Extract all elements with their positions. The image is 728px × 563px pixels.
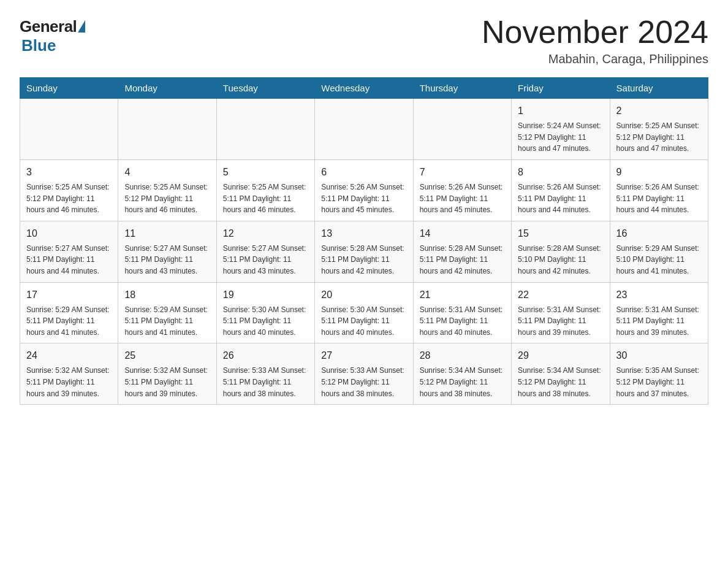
day-number: 29 [518, 348, 603, 363]
calendar-cell: 14Sunrise: 5:28 AM Sunset: 5:11 PM Dayli… [413, 221, 511, 282]
calendar-cell: 27Sunrise: 5:33 AM Sunset: 5:12 PM Dayli… [315, 343, 413, 405]
calendar-cell: 6Sunrise: 5:26 AM Sunset: 5:11 PM Daylig… [315, 159, 413, 221]
calendar-cell [216, 99, 314, 160]
day-number: 8 [518, 165, 603, 180]
day-info: Sunrise: 5:27 AM Sunset: 5:11 PM Dayligh… [223, 243, 308, 277]
day-info: Sunrise: 5:30 AM Sunset: 5:11 PM Dayligh… [223, 304, 308, 339]
day-number: 26 [223, 348, 308, 363]
day-info: Sunrise: 5:29 AM Sunset: 5:10 PM Dayligh… [616, 243, 702, 277]
calendar-week-row: 1Sunrise: 5:24 AM Sunset: 5:12 PM Daylig… [20, 99, 708, 160]
logo: General Blue [20, 17, 85, 55]
calendar-week-row: 3Sunrise: 5:25 AM Sunset: 5:12 PM Daylig… [20, 159, 708, 221]
calendar-cell: 28Sunrise: 5:34 AM Sunset: 5:12 PM Dayli… [413, 343, 511, 405]
day-info: Sunrise: 5:34 AM Sunset: 5:12 PM Dayligh… [518, 365, 603, 399]
day-number: 21 [420, 288, 505, 302]
day-number: 20 [321, 288, 406, 302]
day-info: Sunrise: 5:26 AM Sunset: 5:11 PM Dayligh… [420, 182, 505, 216]
calendar-cell: 18Sunrise: 5:29 AM Sunset: 5:11 PM Dayli… [118, 282, 216, 343]
day-info: Sunrise: 5:32 AM Sunset: 5:11 PM Dayligh… [26, 365, 112, 399]
calendar-cell: 16Sunrise: 5:29 AM Sunset: 5:10 PM Dayli… [610, 221, 708, 282]
day-number: 14 [420, 226, 505, 241]
calendar-cell: 7Sunrise: 5:26 AM Sunset: 5:11 PM Daylig… [413, 159, 511, 221]
calendar-cell [118, 99, 216, 160]
day-info: Sunrise: 5:29 AM Sunset: 5:11 PM Dayligh… [26, 304, 112, 339]
day-info: Sunrise: 5:31 AM Sunset: 5:11 PM Dayligh… [420, 304, 505, 339]
day-number: 17 [26, 288, 112, 302]
title-block: November 2024 Mabahin, Caraga, Philippin… [482, 15, 708, 66]
day-number: 23 [616, 288, 702, 302]
day-number: 30 [616, 348, 702, 363]
day-info: Sunrise: 5:27 AM Sunset: 5:11 PM Dayligh… [26, 243, 112, 277]
calendar-cell: 30Sunrise: 5:35 AM Sunset: 5:12 PM Dayli… [610, 343, 708, 405]
day-info: Sunrise: 5:25 AM Sunset: 5:12 PM Dayligh… [616, 120, 702, 155]
calendar-cell: 23Sunrise: 5:31 AM Sunset: 5:11 PM Dayli… [610, 282, 708, 343]
day-number: 5 [223, 165, 308, 180]
header-tuesday: Tuesday [216, 78, 314, 99]
calendar-cell: 4Sunrise: 5:25 AM Sunset: 5:12 PM Daylig… [118, 159, 216, 221]
day-number: 11 [124, 226, 210, 241]
calendar-week-row: 24Sunrise: 5:32 AM Sunset: 5:11 PM Dayli… [20, 343, 708, 405]
day-number: 1 [518, 104, 603, 118]
day-number: 25 [124, 348, 210, 363]
day-number: 7 [420, 165, 505, 180]
day-info: Sunrise: 5:28 AM Sunset: 5:10 PM Dayligh… [518, 243, 603, 277]
calendar-cell [20, 99, 118, 160]
calendar-cell: 19Sunrise: 5:30 AM Sunset: 5:11 PM Dayli… [216, 282, 314, 343]
day-info: Sunrise: 5:35 AM Sunset: 5:12 PM Dayligh… [616, 365, 702, 399]
calendar-cell: 15Sunrise: 5:28 AM Sunset: 5:10 PM Dayli… [512, 221, 610, 282]
day-number: 28 [420, 348, 505, 363]
calendar-cell: 17Sunrise: 5:29 AM Sunset: 5:11 PM Dayli… [20, 282, 118, 343]
calendar-cell: 5Sunrise: 5:25 AM Sunset: 5:11 PM Daylig… [216, 159, 314, 221]
calendar-cell: 20Sunrise: 5:30 AM Sunset: 5:11 PM Dayli… [315, 282, 413, 343]
day-number: 13 [321, 226, 406, 241]
day-info: Sunrise: 5:34 AM Sunset: 5:12 PM Dayligh… [420, 365, 505, 399]
month-title: November 2024 [482, 15, 708, 50]
calendar-cell: 26Sunrise: 5:33 AM Sunset: 5:11 PM Dayli… [216, 343, 314, 405]
calendar-cell: 11Sunrise: 5:27 AM Sunset: 5:11 PM Dayli… [118, 221, 216, 282]
calendar-cell: 24Sunrise: 5:32 AM Sunset: 5:11 PM Dayli… [20, 343, 118, 405]
calendar-cell: 8Sunrise: 5:26 AM Sunset: 5:11 PM Daylig… [512, 159, 610, 221]
day-number: 10 [26, 226, 112, 241]
day-info: Sunrise: 5:32 AM Sunset: 5:11 PM Dayligh… [124, 365, 210, 399]
day-info: Sunrise: 5:28 AM Sunset: 5:11 PM Dayligh… [321, 243, 406, 277]
calendar-cell [315, 99, 413, 160]
calendar-cell: 25Sunrise: 5:32 AM Sunset: 5:11 PM Dayli… [118, 343, 216, 405]
header-sunday: Sunday [20, 78, 118, 99]
calendar-cell: 2Sunrise: 5:25 AM Sunset: 5:12 PM Daylig… [610, 99, 708, 160]
day-number: 22 [518, 288, 603, 302]
day-info: Sunrise: 5:26 AM Sunset: 5:11 PM Dayligh… [616, 182, 702, 216]
calendar-week-row: 10Sunrise: 5:27 AM Sunset: 5:11 PM Dayli… [20, 221, 708, 282]
logo-general-text: General [20, 17, 77, 36]
calendar-cell: 22Sunrise: 5:31 AM Sunset: 5:11 PM Dayli… [512, 282, 610, 343]
header-wednesday: Wednesday [315, 78, 413, 99]
day-info: Sunrise: 5:31 AM Sunset: 5:11 PM Dayligh… [518, 304, 603, 339]
day-number: 27 [321, 348, 406, 363]
day-number: 18 [124, 288, 210, 302]
day-number: 15 [518, 226, 603, 241]
day-number: 24 [26, 348, 112, 363]
day-info: Sunrise: 5:25 AM Sunset: 5:12 PM Dayligh… [26, 182, 112, 216]
calendar-cell: 3Sunrise: 5:25 AM Sunset: 5:12 PM Daylig… [20, 159, 118, 221]
day-number: 3 [26, 165, 112, 180]
day-number: 2 [616, 104, 702, 118]
calendar-cell: 29Sunrise: 5:34 AM Sunset: 5:12 PM Dayli… [512, 343, 610, 405]
header-friday: Friday [512, 78, 610, 99]
day-info: Sunrise: 5:33 AM Sunset: 5:12 PM Dayligh… [321, 365, 406, 399]
day-number: 12 [223, 226, 308, 241]
day-info: Sunrise: 5:30 AM Sunset: 5:11 PM Dayligh… [321, 304, 406, 339]
calendar-cell: 1Sunrise: 5:24 AM Sunset: 5:12 PM Daylig… [512, 99, 610, 160]
day-info: Sunrise: 5:25 AM Sunset: 5:11 PM Dayligh… [223, 182, 308, 216]
calendar-cell: 10Sunrise: 5:27 AM Sunset: 5:11 PM Dayli… [20, 221, 118, 282]
day-info: Sunrise: 5:25 AM Sunset: 5:12 PM Dayligh… [124, 182, 210, 216]
calendar-cell: 21Sunrise: 5:31 AM Sunset: 5:11 PM Dayli… [413, 282, 511, 343]
day-number: 4 [124, 165, 210, 180]
day-info: Sunrise: 5:27 AM Sunset: 5:11 PM Dayligh… [124, 243, 210, 277]
day-info: Sunrise: 5:29 AM Sunset: 5:11 PM Dayligh… [124, 304, 210, 339]
calendar-week-row: 17Sunrise: 5:29 AM Sunset: 5:11 PM Dayli… [20, 282, 708, 343]
location-title: Mabahin, Caraga, Philippines [482, 52, 708, 66]
day-number: 19 [223, 288, 308, 302]
calendar-header-row: SundayMondayTuesdayWednesdayThursdayFrid… [20, 78, 708, 99]
calendar-cell: 12Sunrise: 5:27 AM Sunset: 5:11 PM Dayli… [216, 221, 314, 282]
calendar-table: SundayMondayTuesdayWednesdayThursdayFrid… [20, 77, 708, 405]
calendar-cell [413, 99, 511, 160]
